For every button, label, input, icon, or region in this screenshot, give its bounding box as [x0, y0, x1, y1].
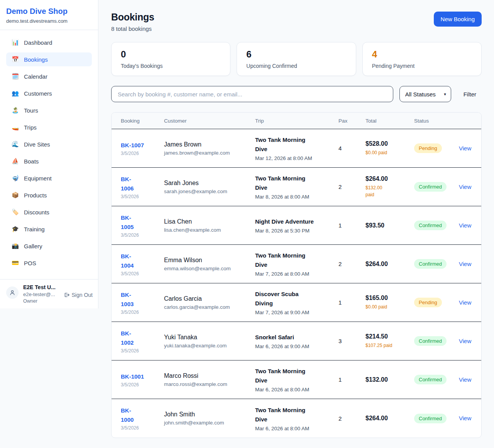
customers-icon: 👥	[12, 90, 19, 97]
trip-name: Night Dive Adventure	[255, 217, 338, 226]
new-booking-button[interactable]: New Booking	[434, 12, 482, 27]
sidebar-item-trips[interactable]: 🚤Trips	[6, 120, 92, 134]
avatar	[6, 286, 19, 299]
trip-name: Two Tank Morning Dive	[255, 135, 338, 154]
trip-cell: Snorkel SafariMar 6, 2026 at 9:00 AM	[255, 333, 338, 349]
booking-id-link[interactable]: BK- 1005	[121, 214, 134, 230]
trip-datetime: Mar 6, 2026 at 8:00 AM	[255, 426, 338, 431]
status-filter-select[interactable]: All Statuses	[399, 86, 451, 102]
calendar-icon: 🗓️	[12, 73, 19, 80]
view-link[interactable]: View	[459, 299, 471, 306]
trip-cell: Two Tank Morning DiveMar 7, 2026 at 8:00…	[255, 251, 338, 277]
col-header-customer: Customer	[164, 118, 255, 124]
view-link[interactable]: View	[459, 415, 471, 421]
sidebar-item-label: Customers	[24, 90, 52, 97]
sidebar-item-boats[interactable]: ⛵Boats	[6, 154, 92, 168]
sign-out-button[interactable]: Sign Out	[63, 292, 93, 298]
booking-cell: BK- 10063/5/2026	[121, 175, 164, 199]
booking-id-link[interactable]: BK- 1002	[121, 330, 134, 346]
total-cell: $132.00	[365, 376, 414, 383]
view-link[interactable]: View	[459, 338, 471, 344]
bookings-icon: 📅	[12, 56, 19, 63]
user-box: E2E Test U... e2e-tester@... Owner Sign …	[0, 279, 98, 308]
actions-cell: View	[459, 338, 472, 345]
pax-count: 3	[338, 338, 365, 344]
status-cell: Pending	[414, 298, 459, 307]
pax-count: 4	[338, 145, 365, 152]
booking-id-link[interactable]: BK- 1004	[121, 253, 134, 269]
sidebar-item-equipment[interactable]: 🤿Equipment	[6, 171, 92, 185]
sidebar-item-dive-sites[interactable]: 🌊Dive Sites	[6, 137, 92, 151]
booking-id-link[interactable]: BK- 1000	[121, 407, 134, 423]
shop-domain: demo.test.divestreams.com	[6, 18, 92, 24]
sidebar-item-training[interactable]: 🎓Training	[6, 222, 92, 236]
customer-name: Marco Rossi	[164, 372, 255, 379]
trip-name: Two Tank Morning Dive	[255, 406, 338, 424]
col-header-pax: Pax	[338, 118, 365, 124]
brand-block: Demo Dive Shop demo.test.divestreams.com	[0, 0, 98, 30]
booking-cell: BK- 10003/5/2026	[121, 406, 164, 431]
customer-email: emma.wilson@example.com	[164, 266, 255, 271]
table-row: BK- 10053/5/2026Lisa Chenlisa.chen@examp…	[112, 206, 481, 245]
sidebar-item-label: Bookings	[24, 56, 48, 63]
view-link[interactable]: View	[459, 376, 471, 383]
total-amount: $132.00	[365, 376, 414, 383]
sidebar: Demo Dive Shop demo.test.divestreams.com…	[0, 0, 98, 308]
view-link[interactable]: View	[459, 184, 471, 190]
paid-amount: $0.00 paid	[365, 303, 414, 310]
trip-name: Discover Scuba Diving	[255, 290, 338, 308]
customer-email: carlos.garcia@example.com	[164, 304, 255, 310]
table-row: BK- 10043/5/2026Emma Wilsonemma.wilson@e…	[112, 245, 481, 283]
customer-name: Sarah Jones	[164, 180, 255, 187]
booking-date: 3/5/2026	[121, 382, 164, 387]
stat-label: Today's Bookings	[121, 63, 221, 69]
sidebar-item-tours[interactable]: 🏝️Tours	[6, 103, 92, 117]
filter-button[interactable]: Filter	[458, 88, 482, 101]
sidebar-item-products[interactable]: 📦Products	[6, 188, 92, 202]
customer-cell: Lisa Chenlisa.chen@example.com	[164, 218, 255, 233]
table-header-row: Booking Customer Trip Pax Total Status	[112, 113, 481, 129]
sidebar-item-pos[interactable]: 💳POS	[6, 256, 92, 270]
pax-count: 1	[338, 376, 365, 383]
sidebar-item-label: Trips	[24, 124, 37, 131]
sidebar-item-discounts[interactable]: 🏷️Discounts	[6, 205, 92, 219]
bookings-table: Booking Customer Trip Pax Total Status B…	[111, 112, 482, 438]
booking-id-link[interactable]: BK- 1006	[121, 176, 134, 192]
pax-count: 1	[338, 222, 365, 229]
sidebar-nav: 📊Dashboard📅Bookings🗓️Calendar👥Customers🏝…	[0, 30, 98, 279]
shop-name: Demo Dive Shop	[6, 7, 92, 16]
view-link[interactable]: View	[459, 145, 471, 152]
trip-cell: Two Tank Morning DiveMar 6, 2026 at 8:00…	[255, 367, 338, 392]
person-icon	[9, 290, 15, 296]
customer-email: yuki.tanaka@example.com	[164, 343, 255, 349]
main-content: Bookings 8 total bookings New Booking 0T…	[98, 0, 494, 446]
status-cell: Confirmed	[414, 375, 459, 384]
stat-label: Pending Payment	[372, 63, 472, 69]
trip-cell: Discover Scuba DivingMar 7, 2026 at 9:00…	[255, 290, 338, 315]
customer-cell: Yuki Tanakayuki.tanaka@example.com	[164, 334, 255, 349]
sidebar-item-bookings[interactable]: 📅Bookings	[6, 52, 92, 66]
sidebar-item-dashboard[interactable]: 📊Dashboard	[6, 35, 92, 49]
customer-email: james.brown@example.com	[164, 150, 255, 156]
sidebar-item-customers[interactable]: 👥Customers	[6, 86, 92, 100]
customer-name: Carlos Garcia	[164, 295, 255, 302]
actions-cell: View	[459, 415, 472, 422]
user-email: e2e-tester@...	[23, 291, 56, 297]
sign-out-label: Sign Out	[72, 292, 93, 298]
total-cell: $93.50	[365, 222, 414, 229]
sidebar-item-calendar[interactable]: 🗓️Calendar	[6, 69, 92, 83]
booking-id-link[interactable]: BK- 1003	[121, 291, 134, 307]
view-link[interactable]: View	[459, 261, 471, 267]
booking-id-link[interactable]: BK-1007	[121, 142, 144, 148]
customer-cell: Marco Rossimarco.rossi@example.com	[164, 372, 255, 387]
booking-id-link[interactable]: BK-1001	[121, 373, 144, 380]
sidebar-item-gallery[interactable]: 📸Gallery	[6, 239, 92, 253]
stat-card-today-s-bookings: 0Today's Bookings	[111, 42, 230, 76]
customer-cell: Emma Wilsonemma.wilson@example.com	[164, 257, 255, 271]
equipment-icon: 🤿	[12, 175, 19, 182]
view-link[interactable]: View	[459, 222, 471, 229]
total-cell: $264.00$132.00 paid	[365, 175, 414, 198]
bookings-table-body: BK-10073/5/2026James Brownjames.brown@ex…	[112, 129, 481, 438]
search-input[interactable]	[111, 86, 393, 102]
trip-datetime: Mar 7, 2026 at 9:00 AM	[255, 310, 338, 315]
